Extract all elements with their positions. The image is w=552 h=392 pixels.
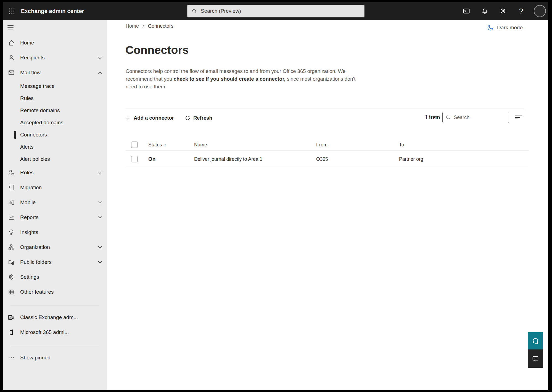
sidebar-item-label: Other features <box>20 289 54 295</box>
plus-icon <box>125 115 131 121</box>
cell-name[interactable]: Deliver journal directly to Area 1 <box>194 156 262 162</box>
screenshot-frame: Exchange admin center <box>0 0 552 392</box>
add-connector-button[interactable]: Add a connector <box>125 115 174 121</box>
hamburger-icon <box>7 25 14 30</box>
search-icon <box>191 8 197 14</box>
sidebar-item-settings[interactable]: Settings <box>3 270 107 285</box>
column-header-status[interactable]: Status ↑ <box>148 142 166 148</box>
column-label: From <box>316 142 327 148</box>
ellipsis-icon <box>8 354 15 361</box>
sidebar-item-roles[interactable]: Roles <box>3 165 107 180</box>
breadcrumb-current: Connectors <box>148 23 173 29</box>
page-description: Connectors help control the flow of emai… <box>126 67 365 91</box>
filter-button[interactable] <box>513 112 524 122</box>
sidebar-item-label: Public folders <box>20 259 52 265</box>
refresh-button[interactable]: Refresh <box>184 115 212 121</box>
sidebar-item-rules[interactable]: Rules <box>3 92 107 104</box>
list-search-box[interactable] <box>442 112 509 123</box>
sidebar-item-other-features[interactable]: Other features <box>3 285 107 299</box>
breadcrumb-home-link[interactable]: Home <box>126 23 139 29</box>
sidebar: Home Recipients Mail flow <box>3 20 107 390</box>
microsoft-365-logo-icon <box>8 329 15 336</box>
row-checkbox[interactable] <box>131 156 138 162</box>
sidebar-item-organization[interactable]: Organization <box>3 240 107 255</box>
person-icon <box>8 54 15 61</box>
gear-icon <box>499 7 507 15</box>
app-window: Exchange admin center <box>3 2 548 390</box>
column-label: Name <box>194 142 207 148</box>
column-label: To <box>399 142 404 148</box>
dark-mode-toggle[interactable]: Dark mode <box>487 24 523 31</box>
sort-ascending-icon: ↑ <box>164 142 167 148</box>
cell-status: On <box>148 156 155 162</box>
search-icon <box>445 115 451 120</box>
account-avatar[interactable] <box>534 5 546 17</box>
collapse-nav-button[interactable] <box>7 23 17 31</box>
sidebar-item-alerts[interactable]: Alerts <box>3 141 107 153</box>
command-bar: Add a connector Refresh <box>125 112 212 124</box>
sidebar-item-classic-exchange[interactable]: Classic Exchange adm... <box>3 310 107 325</box>
sidebar-item-migration[interactable]: Migration <box>3 180 107 195</box>
sidebar-item-connectors[interactable]: Connectors <box>3 129 107 141</box>
folder-globe-icon <box>8 259 15 266</box>
sidebar-item-label: Show pinned <box>20 355 51 361</box>
global-search-input[interactable] <box>201 8 360 14</box>
terminal-icon <box>463 7 470 15</box>
sidebar-item-show-pinned[interactable]: Show pinned <box>3 350 107 365</box>
page-title: Connectors <box>125 44 189 57</box>
sidebar-item-mail-flow[interactable]: Mail flow <box>3 65 107 80</box>
global-search-box[interactable] <box>187 5 365 17</box>
chevron-down-icon <box>98 245 102 249</box>
sidebar-item-label: Roles <box>20 170 34 176</box>
column-header-name[interactable]: Name <box>194 142 207 148</box>
line-chart-icon <box>8 214 15 221</box>
column-header-from[interactable]: From <box>316 142 327 148</box>
sidebar-item-message-trace[interactable]: Message trace <box>3 80 107 92</box>
sidebar-item-home[interactable]: Home <box>3 35 107 50</box>
select-all-checkbox[interactable] <box>131 142 138 148</box>
sidebar-item-accepted-domains[interactable]: Accepted domains <box>3 117 107 129</box>
toolbar-divider <box>126 109 524 109</box>
sidebar-item-label: Organization <box>20 244 50 250</box>
notifications-button[interactable] <box>479 6 490 17</box>
column-header-to[interactable]: To <box>399 142 404 148</box>
sidebar-item-reports[interactable]: Reports <box>3 210 107 225</box>
topbar-icon-group: ? <box>461 2 546 20</box>
settings-button-topbar[interactable] <box>497 6 508 17</box>
floating-button-stack <box>528 332 543 368</box>
sidebar-item-label: Home <box>20 40 34 46</box>
help-button[interactable]: ? <box>516 6 527 17</box>
sidebar-item-label: Alert policies <box>20 156 50 162</box>
powershell-button[interactable] <box>461 6 472 17</box>
moon-icon <box>487 24 494 31</box>
app-launcher-button[interactable] <box>7 6 17 16</box>
sidebar-divider <box>10 346 99 346</box>
roles-icon <box>8 169 15 176</box>
add-connector-label: Add a connector <box>134 115 174 121</box>
breadcrumb-chevron-icon <box>142 24 145 28</box>
sidebar-item-insights[interactable]: Insights <box>3 225 107 240</box>
sidebar-item-label: Reports <box>20 214 39 220</box>
support-button[interactable] <box>528 332 543 349</box>
headset-icon <box>531 337 540 345</box>
sidebar-item-label: Classic Exchange adm... <box>20 314 78 320</box>
feedback-button[interactable] <box>528 349 543 368</box>
sidebar-divider <box>10 306 99 306</box>
sidebar-item-recipients[interactable]: Recipients <box>3 50 107 65</box>
cell-from: O365 <box>316 156 328 162</box>
chevron-up-icon <box>98 70 102 75</box>
question-mark-icon: ? <box>519 7 523 15</box>
sidebar-item-alert-policies[interactable]: Alert policies <box>3 153 107 165</box>
description-link[interactable]: check to see if you should create a conn… <box>174 76 286 82</box>
migration-icon <box>8 184 15 191</box>
sidebar-item-mobile[interactable]: Mobile <box>3 195 107 210</box>
sidebar-item-m365-admin[interactable]: Microsoft 365 admi... <box>3 325 107 340</box>
table-row[interactable]: On Deliver journal directly to Area 1 O3… <box>126 151 529 168</box>
sidebar-item-remote-domains[interactable]: Remote domains <box>3 104 107 117</box>
sidebar-item-public-folders[interactable]: Public folders <box>3 255 107 270</box>
selected-indicator <box>14 131 16 139</box>
sidebar-item-label: Mobile <box>20 199 36 206</box>
dark-mode-label: Dark mode <box>497 25 523 31</box>
sidebar-item-label: Remote domains <box>20 107 60 114</box>
list-search-input[interactable] <box>454 115 506 120</box>
